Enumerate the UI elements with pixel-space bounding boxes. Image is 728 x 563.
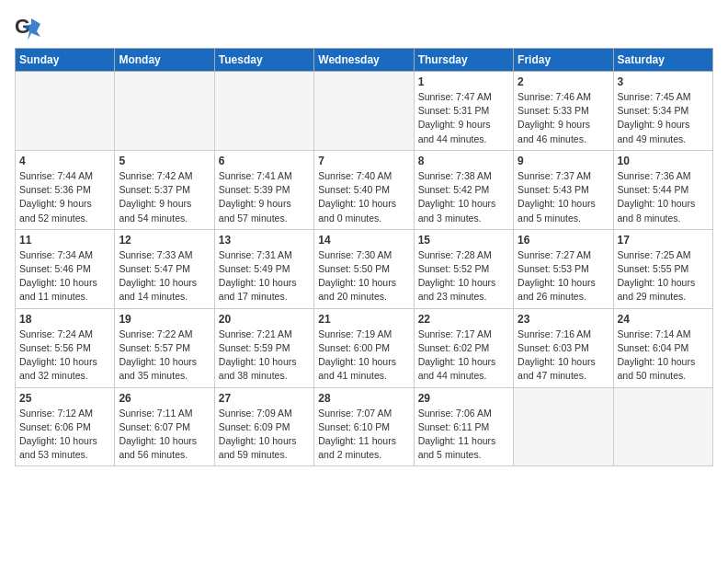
calendar-day-cell: 21Sunrise: 7:19 AMSunset: 6:00 PMDayligh…	[314, 308, 414, 387]
calendar-day-cell	[514, 387, 613, 466]
day-number: 25	[19, 392, 110, 405]
day-number: 12	[119, 234, 210, 247]
day-info: Sunrise: 7:25 AMSunset: 5:55 PMDaylight:…	[618, 248, 709, 304]
day-info: Sunrise: 7:42 AMSunset: 5:37 PMDaylight:…	[119, 169, 210, 225]
day-number: 26	[119, 392, 210, 405]
day-number: 14	[318, 234, 409, 247]
calendar-day-cell: 19Sunrise: 7:22 AMSunset: 5:57 PMDayligh…	[115, 308, 214, 387]
calendar-day-cell	[115, 72, 214, 151]
calendar-day-cell: 3Sunrise: 7:45 AMSunset: 5:34 PMDaylight…	[613, 72, 712, 151]
calendar-day-cell: 13Sunrise: 7:31 AMSunset: 5:49 PMDayligh…	[214, 229, 313, 308]
day-info: Sunrise: 7:34 AMSunset: 5:46 PMDaylight:…	[19, 248, 110, 304]
day-number: 18	[19, 313, 110, 326]
day-info: Sunrise: 7:28 AMSunset: 5:52 PMDaylight:…	[418, 248, 509, 304]
calendar-day-cell	[314, 72, 414, 151]
day-info: Sunrise: 7:09 AMSunset: 6:09 PMDaylight:…	[219, 407, 310, 463]
day-info: Sunrise: 7:22 AMSunset: 5:57 PMDaylight:…	[119, 327, 210, 384]
weekday-header-row: SundayMondayTuesdayWednesdayThursdayFrid…	[16, 49, 713, 72]
day-info: Sunrise: 7:24 AMSunset: 5:56 PMDaylight:…	[19, 327, 110, 384]
calendar-week-row: 18Sunrise: 7:24 AMSunset: 5:56 PMDayligh…	[16, 308, 713, 387]
day-info: Sunrise: 7:06 AMSunset: 6:11 PMDaylight:…	[418, 407, 509, 463]
calendar-day-cell: 10Sunrise: 7:36 AMSunset: 5:44 PMDayligh…	[613, 150, 712, 229]
calendar-day-cell: 20Sunrise: 7:21 AMSunset: 5:59 PMDayligh…	[214, 308, 313, 387]
day-number: 10	[618, 155, 709, 167]
day-info: Sunrise: 7:11 AMSunset: 6:07 PMDaylight:…	[119, 407, 210, 463]
weekday-header: Sunday	[16, 49, 115, 72]
day-info: Sunrise: 7:27 AMSunset: 5:53 PMDaylight:…	[518, 248, 609, 304]
day-info: Sunrise: 7:21 AMSunset: 5:59 PMDaylight:…	[219, 327, 310, 384]
day-info: Sunrise: 7:31 AMSunset: 5:49 PMDaylight:…	[219, 248, 310, 304]
weekday-header: Wednesday	[314, 49, 414, 72]
day-info: Sunrise: 7:14 AMSunset: 6:04 PMDaylight:…	[618, 327, 709, 384]
calendar-week-row: 11Sunrise: 7:34 AMSunset: 5:46 PMDayligh…	[16, 229, 713, 308]
day-number: 16	[518, 234, 609, 247]
day-number: 28	[318, 392, 409, 405]
day-number: 27	[219, 392, 310, 405]
day-info: Sunrise: 7:38 AMSunset: 5:42 PMDaylight:…	[418, 169, 509, 225]
day-info: Sunrise: 7:30 AMSunset: 5:50 PMDaylight:…	[318, 248, 409, 304]
logo-icon: G	[15, 15, 40, 40]
day-info: Sunrise: 7:33 AMSunset: 5:47 PMDaylight:…	[119, 248, 210, 304]
day-number: 4	[19, 155, 110, 167]
day-number: 29	[418, 392, 509, 405]
calendar-day-cell: 23Sunrise: 7:16 AMSunset: 6:03 PMDayligh…	[514, 308, 613, 387]
calendar-table: SundayMondayTuesdayWednesdayThursdayFrid…	[15, 48, 713, 466]
calendar-day-cell	[16, 72, 115, 151]
day-number: 5	[119, 155, 210, 167]
calendar-day-cell: 8Sunrise: 7:38 AMSunset: 5:42 PMDaylight…	[414, 150, 513, 229]
day-number: 13	[219, 234, 310, 247]
calendar-day-cell: 25Sunrise: 7:12 AMSunset: 6:06 PMDayligh…	[16, 387, 115, 466]
day-info: Sunrise: 7:44 AMSunset: 5:36 PMDaylight:…	[19, 169, 110, 225]
calendar-day-cell: 15Sunrise: 7:28 AMSunset: 5:52 PMDayligh…	[414, 229, 513, 308]
calendar-day-cell: 28Sunrise: 7:07 AMSunset: 6:10 PMDayligh…	[314, 387, 414, 466]
calendar-day-cell: 1Sunrise: 7:47 AMSunset: 5:31 PMDaylight…	[414, 72, 513, 151]
calendar-day-cell	[613, 387, 712, 466]
day-info: Sunrise: 7:47 AMSunset: 5:31 PMDaylight:…	[418, 90, 509, 146]
day-number: 19	[119, 313, 210, 326]
calendar-day-cell: 2Sunrise: 7:46 AMSunset: 5:33 PMDaylight…	[514, 72, 613, 151]
day-number: 23	[518, 313, 609, 326]
day-number: 2	[518, 75, 609, 88]
day-number: 11	[19, 234, 110, 247]
day-number: 21	[318, 313, 409, 326]
calendar-day-cell: 24Sunrise: 7:14 AMSunset: 6:04 PMDayligh…	[613, 308, 712, 387]
header: G	[15, 15, 713, 40]
calendar-day-cell: 11Sunrise: 7:34 AMSunset: 5:46 PMDayligh…	[16, 229, 115, 308]
day-number: 17	[618, 234, 709, 247]
calendar-day-cell: 17Sunrise: 7:25 AMSunset: 5:55 PMDayligh…	[613, 229, 712, 308]
calendar-week-row: 25Sunrise: 7:12 AMSunset: 6:06 PMDayligh…	[16, 387, 713, 466]
day-info: Sunrise: 7:46 AMSunset: 5:33 PMDaylight:…	[518, 90, 609, 146]
weekday-header: Thursday	[414, 49, 513, 72]
day-number: 7	[318, 155, 409, 167]
weekday-header: Monday	[115, 49, 214, 72]
day-number: 22	[418, 313, 509, 326]
calendar-day-cell: 16Sunrise: 7:27 AMSunset: 5:53 PMDayligh…	[514, 229, 613, 308]
weekday-header: Friday	[514, 49, 613, 72]
day-number: 9	[518, 155, 609, 167]
weekday-header: Tuesday	[214, 49, 313, 72]
calendar-day-cell: 22Sunrise: 7:17 AMSunset: 6:02 PMDayligh…	[414, 308, 513, 387]
day-number: 20	[219, 313, 310, 326]
calendar-day-cell: 29Sunrise: 7:06 AMSunset: 6:11 PMDayligh…	[414, 387, 513, 466]
calendar-day-cell: 14Sunrise: 7:30 AMSunset: 5:50 PMDayligh…	[314, 229, 414, 308]
calendar-day-cell: 6Sunrise: 7:41 AMSunset: 5:39 PMDaylight…	[214, 150, 313, 229]
day-info: Sunrise: 7:41 AMSunset: 5:39 PMDaylight:…	[219, 169, 310, 225]
calendar-week-row: 4Sunrise: 7:44 AMSunset: 5:36 PMDaylight…	[16, 150, 713, 229]
day-number: 24	[618, 313, 709, 326]
calendar-day-cell: 4Sunrise: 7:44 AMSunset: 5:36 PMDaylight…	[16, 150, 115, 229]
calendar-day-cell: 27Sunrise: 7:09 AMSunset: 6:09 PMDayligh…	[214, 387, 313, 466]
day-number: 8	[418, 155, 509, 167]
day-info: Sunrise: 7:07 AMSunset: 6:10 PMDaylight:…	[318, 407, 409, 463]
weekday-header: Saturday	[613, 49, 712, 72]
day-number: 1	[418, 75, 509, 88]
day-number: 3	[618, 75, 709, 88]
calendar-day-cell: 26Sunrise: 7:11 AMSunset: 6:07 PMDayligh…	[115, 387, 214, 466]
day-info: Sunrise: 7:16 AMSunset: 6:03 PMDaylight:…	[518, 327, 609, 384]
calendar-day-cell: 9Sunrise: 7:37 AMSunset: 5:43 PMDaylight…	[514, 150, 613, 229]
day-info: Sunrise: 7:40 AMSunset: 5:40 PMDaylight:…	[318, 169, 409, 225]
calendar-day-cell: 7Sunrise: 7:40 AMSunset: 5:40 PMDaylight…	[314, 150, 414, 229]
calendar-day-cell: 5Sunrise: 7:42 AMSunset: 5:37 PMDaylight…	[115, 150, 214, 229]
day-info: Sunrise: 7:45 AMSunset: 5:34 PMDaylight:…	[618, 90, 709, 146]
day-info: Sunrise: 7:37 AMSunset: 5:43 PMDaylight:…	[518, 169, 609, 225]
day-number: 15	[418, 234, 509, 247]
